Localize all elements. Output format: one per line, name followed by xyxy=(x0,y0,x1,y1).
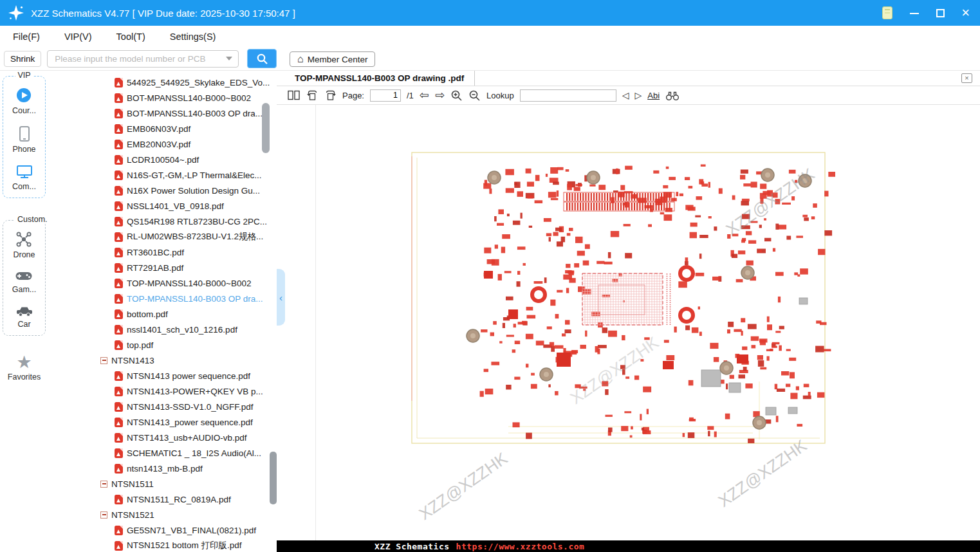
status-url[interactable]: https://www.xzztools.com xyxy=(456,542,585,551)
tree-file-item[interactable]: GE5SN71_VB1_FINAL(0821).pdf xyxy=(48,522,277,538)
zoom-in-button[interactable] xyxy=(450,89,463,102)
tree-file-item[interactable]: ntsn1413_mb-B.pdf xyxy=(48,461,277,476)
star-icon: ★ xyxy=(16,354,32,371)
pdf-file-icon xyxy=(115,170,123,180)
close-button[interactable]: × xyxy=(961,8,970,18)
pdf-file-icon xyxy=(115,448,123,458)
facing-pages-button[interactable] xyxy=(287,89,300,101)
binoculars-button[interactable] xyxy=(665,90,680,101)
shrink-button[interactable]: Shrink xyxy=(4,51,41,67)
tree-item-label: NTSN1521 bottom 打印版.pdf xyxy=(127,540,242,551)
pdf-file-icon xyxy=(115,279,123,288)
clipboard-icon[interactable] xyxy=(882,6,892,19)
tree-file-item[interactable]: BOT-MPANSSL140-B003 OP dra... xyxy=(48,106,277,121)
sidebar-item-computer[interactable]: Com... xyxy=(12,164,36,191)
tree-file-item[interactable]: bottom.pdf xyxy=(48,306,277,322)
tree-file-item[interactable]: N16S-GT,-GM,-LP Thermal&Elec... xyxy=(48,167,277,183)
tree-file-item[interactable]: nssl1401_sch_v10_1216.pdf xyxy=(48,322,277,337)
prev-view-button[interactable]: ⇦ xyxy=(420,89,429,101)
tree-file-item[interactable]: EMB06N03V.pdf xyxy=(48,121,277,136)
home-icon: ⌂ xyxy=(297,54,304,64)
sidebar-item-phone[interactable]: Phone xyxy=(12,125,35,154)
menu-vip[interactable]: VIP(V) xyxy=(64,32,92,42)
close-document-icon[interactable]: × xyxy=(961,73,972,83)
member-center-button[interactable]: ⌂ Member Center xyxy=(290,51,375,67)
sidebar-item-drone[interactable]: Drone xyxy=(13,231,35,259)
rotate-right-button[interactable] xyxy=(324,89,337,102)
search-dropdown-caret-icon[interactable] xyxy=(226,57,232,60)
find-prev-button[interactable]: ◁ xyxy=(622,91,629,100)
tree-file-item[interactable]: NTSN1413-POWER+QKEY VB p... xyxy=(48,383,277,399)
minimize-button[interactable] xyxy=(909,8,920,18)
collapse-panel-handle[interactable]: ‹ xyxy=(277,269,285,326)
tree-file-item[interactable]: QS154R198 RTL8723BU-CG 2PC... xyxy=(48,214,277,229)
menu-file[interactable]: File(F) xyxy=(13,32,40,42)
next-view-button[interactable]: ⇨ xyxy=(435,89,445,101)
document-tab-title: TOP-MPANSSL140-B003 OP drawing .pdf xyxy=(295,73,464,83)
pdf-file-icon xyxy=(115,402,123,412)
tree-item-label: BOT-MPANSSL140-B003 OP dra... xyxy=(127,109,263,118)
tree-item-label: QS154R198 RTL8723BU-CG 2PC... xyxy=(127,217,267,226)
tree-file-item[interactable]: LCDR100504~.pdf xyxy=(48,152,277,167)
pdf-canvas[interactable]: XZZ@XZZHKXZZ@XZZHKXZZ@XZZHKXZZ@XZZHK xyxy=(277,105,980,540)
pdf-file-icon xyxy=(115,217,123,226)
pdf-file-icon xyxy=(115,109,123,118)
tree-item-label: EMB06N03V.pdf xyxy=(127,124,190,134)
title-bar: XZZ Schematics V4.77 [ VIP Due date: 202… xyxy=(0,0,980,26)
find-next-button[interactable]: ▷ xyxy=(634,91,642,100)
member-center-label: Member Center xyxy=(308,55,368,64)
category-sidebar: VIP Cour... Phone Com... Custo xyxy=(0,71,48,552)
lookup-input[interactable] xyxy=(520,89,616,102)
collapse-toggle-icon[interactable] xyxy=(100,511,107,519)
model-search-box[interactable] xyxy=(47,50,239,68)
tree-item-label: RT3601BC.pdf xyxy=(127,248,184,257)
sidebar-item-course[interactable]: Cour... xyxy=(12,87,36,115)
tree-scrollbar-thumb[interactable] xyxy=(262,103,270,153)
pdf-file-icon xyxy=(115,325,123,335)
tree-file-item[interactable]: EMB20N03V.pdf xyxy=(48,136,277,152)
tree-item-label: EMB20N03V.pdf xyxy=(127,140,190,149)
tree-file-item[interactable]: NTSN1413 power sequence.pdf xyxy=(48,368,277,383)
collapse-toggle-icon[interactable] xyxy=(100,481,107,488)
tree-file-item[interactable]: RT3601BC.pdf xyxy=(48,244,277,260)
tree-file-item[interactable]: top.pdf xyxy=(48,337,277,353)
menu-settings[interactable]: Settings(S) xyxy=(170,32,216,42)
vip-section: VIP Cour... Phone Com... xyxy=(3,76,46,198)
rotate-left-button[interactable] xyxy=(306,89,319,102)
tree-node[interactable]: NTSN1413 xyxy=(48,353,277,368)
tree-node[interactable]: NTSN1521 xyxy=(48,507,277,522)
tree-file-item[interactable]: BOT-MPANSSL140-B000~B002 xyxy=(48,90,277,106)
sidebar-item-label: Drone xyxy=(13,250,35,259)
zoom-out-button[interactable] xyxy=(468,89,481,102)
tree-file-item[interactable]: NTSN1413_power sequence.pdf xyxy=(48,414,277,430)
pdf-file-icon xyxy=(115,201,123,211)
tree-file-item[interactable]: N16X Power Solution Design Gu... xyxy=(48,183,277,198)
tree-file-item[interactable]: NTSN1511_RC_0819A.pdf xyxy=(48,492,277,507)
tree-file-item[interactable]: NTSN1413-SSD-V1.0_NGFF.pdf xyxy=(48,399,277,414)
tree-file-item[interactable]: 544925_544925_Skylake_EDS_Vo... xyxy=(48,75,277,90)
tree-file-item[interactable]: RT7291AB.pdf xyxy=(48,260,277,275)
page-input[interactable] xyxy=(370,89,401,102)
search-button[interactable] xyxy=(247,49,277,68)
sidebar-item-label: Gam... xyxy=(12,285,37,294)
sidebar-item-game[interactable]: Gam... xyxy=(12,270,37,294)
tree-file-item[interactable]: TOP-MPANSSL140-B000~B002 xyxy=(48,275,277,291)
sidebar-item-favorites[interactable]: ★ Favorites xyxy=(0,354,48,382)
model-search-input[interactable] xyxy=(53,53,222,64)
tree-file-item[interactable]: SCHEMATIC1 _ 18_I2S Audio(Al... xyxy=(48,445,277,461)
menu-tool[interactable]: Tool(T) xyxy=(116,32,145,42)
tree-item-label: NTSN1413-POWER+QKEY VB p... xyxy=(127,387,263,396)
tree-file-item[interactable]: NSSL1401_VB_0918.pdf xyxy=(48,198,277,214)
tree-node[interactable]: NTSN1511 xyxy=(48,476,277,492)
collapse-toggle-icon[interactable] xyxy=(100,357,107,364)
tree-file-item[interactable]: RL-UM02WBS-8723BU-V1.2规格... xyxy=(48,229,277,244)
panel-scrollbar-thumb[interactable] xyxy=(270,452,277,504)
tree-file-item[interactable]: NTSN1521 bottom 打印版.pdf xyxy=(48,538,277,552)
sidebar-item-car[interactable]: Car xyxy=(15,304,33,329)
font-tool-button[interactable]: Abi xyxy=(647,91,660,100)
tree-file-item[interactable]: TOP-MPANSSL140-B003 OP dra... xyxy=(48,291,277,306)
tree-file-item[interactable]: NTST1413_usb+AUDIO-vb.pdf xyxy=(48,430,277,445)
sidebar-item-label: Car xyxy=(17,320,30,329)
maximize-button[interactable] xyxy=(936,9,945,17)
document-tab[interactable]: TOP-MPANSSL140-B003 OP drawing .pdf xyxy=(277,71,475,86)
